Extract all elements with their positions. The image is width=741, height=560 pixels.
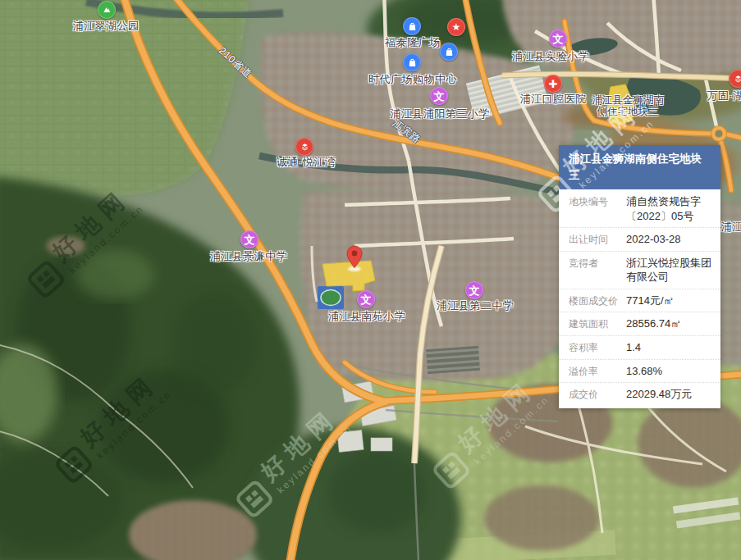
school-icon[interactable]: 文 xyxy=(465,281,483,299)
panel-body: 地块编号 浦自然资规告字〔2022〕05号 出让时间 2022-03-28 竞得… xyxy=(559,189,720,407)
poi-label: 浦江县浦阳第三小学 xyxy=(390,107,490,121)
panel-row: 楼面成交价 7714元/㎡ xyxy=(559,289,720,312)
shopping-bag-icon[interactable] xyxy=(403,17,421,35)
row-label: 楼面成交价 xyxy=(569,294,626,308)
poi-label: 万固·湖 xyxy=(707,89,741,103)
panel-row: 成交价 22029.48万元 xyxy=(559,382,720,406)
panel-title: 浦江县金狮湖南侧住宅地块三 xyxy=(559,145,720,189)
park-mountain-icon[interactable] xyxy=(98,1,116,19)
row-label: 溢价率 xyxy=(569,364,626,379)
row-label: 容积率 xyxy=(569,340,626,355)
school-icon[interactable]: 文 xyxy=(357,290,375,308)
hospital-cross-icon[interactable]: ✚ xyxy=(544,75,562,93)
poi-label: 浦江县实验小学 xyxy=(512,49,590,64)
school-icon[interactable]: 文 xyxy=(240,230,258,248)
poi-label: 浦江口腔医院 xyxy=(520,92,587,107)
panel-row: 建筑面积 28556.74㎡ xyxy=(559,312,720,335)
panel-row: 容积率 1.4 xyxy=(559,335,720,359)
panel-row: 竞得者 浙江兴悦控股集团有限公司 xyxy=(559,251,720,289)
shopping-bag-icon[interactable] xyxy=(440,43,458,61)
row-label: 地块编号 xyxy=(569,194,626,223)
building-icon[interactable] xyxy=(295,138,313,156)
row-value: 13.68% xyxy=(626,364,712,379)
poi-label: 诚通·悦江湾 xyxy=(277,155,336,170)
panel-row: 溢价率 13.68% xyxy=(559,359,720,383)
parcel-caption-line1: 浦江县金狮湖南 xyxy=(592,94,664,106)
poi-label: 浦江县第二中学 xyxy=(437,298,515,313)
row-label: 建筑面积 xyxy=(569,316,626,331)
shopping-bag-icon[interactable] xyxy=(403,53,421,71)
poi-label: 时代广场购物中心 xyxy=(368,72,457,87)
row-value: 28556.74㎡ xyxy=(626,316,712,331)
star-icon[interactable]: ★ xyxy=(447,18,465,36)
poi-label: 浦江县景濂中学 xyxy=(210,249,288,264)
school-icon[interactable]: 文 xyxy=(549,30,567,48)
row-label: 成交价 xyxy=(569,387,626,402)
row-value: 浙江兴悦控股集团有限公司 xyxy=(626,256,712,285)
row-value: 1.4 xyxy=(626,340,712,355)
building-icon[interactable] xyxy=(729,70,741,88)
map-pin-icon[interactable] xyxy=(346,245,363,269)
poi-label: 浦江县南苑小学 xyxy=(328,309,406,324)
panel-row: 出让时间 2022-03-28 xyxy=(559,227,720,251)
row-value: 7714元/㎡ xyxy=(626,294,712,308)
poi-label: 福泰隆广场 xyxy=(385,35,441,50)
panel-row: 地块编号 浦自然资规告字〔2022〕05号 xyxy=(559,190,720,227)
parcel-info-panel: 浦江县金狮湖南侧住宅地块三 地块编号 浦自然资规告字〔2022〕05号 出让时间… xyxy=(559,145,720,408)
row-label: 出让时间 xyxy=(569,232,626,247)
parcel-caption: 浦江县金狮湖南 侧住宅地块三 xyxy=(592,94,664,118)
poi-label: 浦江翠湖公园 xyxy=(73,19,140,34)
map-canvas[interactable]: ★ 文 ✚ 文 文 文 文 浦江翠湖公园 福泰隆广场 时代广场购物中心 浦江县实… xyxy=(0,0,741,560)
row-value: 浦自然资规告字〔2022〕05号 xyxy=(626,194,712,223)
partial-map-label: 浦江 xyxy=(721,220,741,234)
row-value: 22029.48万元 xyxy=(626,387,712,402)
school-icon[interactable]: 文 xyxy=(430,87,448,105)
row-label: 竞得者 xyxy=(569,256,626,285)
row-value: 2022-03-28 xyxy=(626,232,712,247)
parcel-caption-line2: 侧住宅地块三 xyxy=(592,106,664,117)
